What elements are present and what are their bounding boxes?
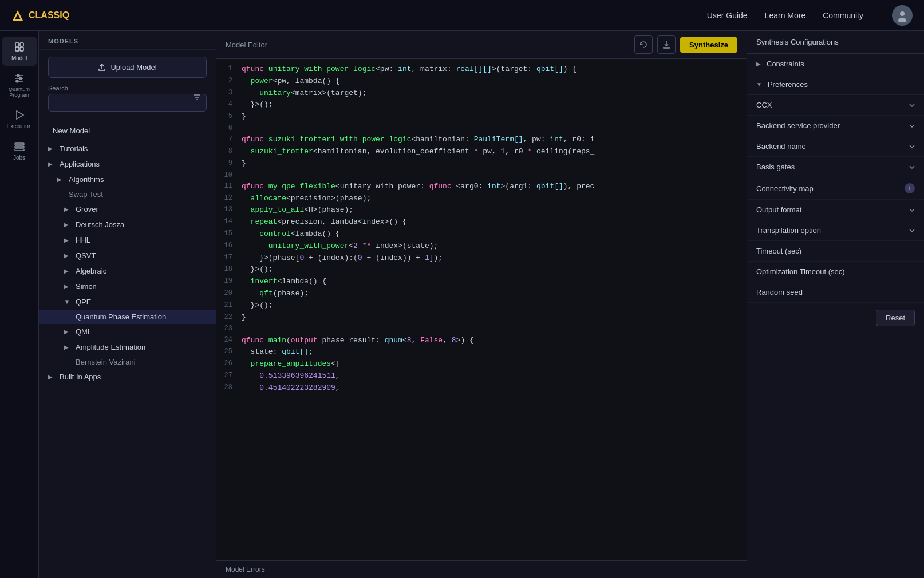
code-line-13: 13 apply_to_all<H>(phase); bbox=[216, 204, 747, 216]
basis-gates-dropdown[interactable] bbox=[909, 165, 915, 169]
tree-item-built-in-apps[interactable]: ▶ Built In Apps bbox=[39, 369, 216, 385]
reset-button[interactable]: Reset bbox=[876, 310, 915, 326]
logo-text: CLASSIQ bbox=[29, 10, 69, 21]
new-model-item[interactable]: New Model bbox=[44, 122, 211, 140]
config-field-random-seed: Random seed bbox=[747, 282, 924, 303]
avatar[interactable] bbox=[892, 5, 913, 26]
constraints-header[interactable]: ▶ Constraints bbox=[747, 54, 924, 74]
svg-rect-5 bbox=[20, 43, 23, 46]
code-line-23: 23 bbox=[216, 323, 747, 334]
tree-item-deutsch-josza[interactable]: ▶ Deutsch Josza bbox=[39, 217, 216, 232]
tree-child-swap-test[interactable]: Swap Test bbox=[39, 187, 216, 201]
transpilation-chevron-icon bbox=[909, 229, 915, 232]
tree-child-bernstein[interactable]: Bernstein Vazirani bbox=[39, 355, 216, 369]
basis-gates-chevron-icon bbox=[909, 165, 915, 169]
chevron-qml: ▶ bbox=[64, 328, 72, 335]
simon-label: Simon bbox=[76, 282, 97, 291]
amplitude-estimation-label: Amplitude Estimation bbox=[76, 343, 145, 351]
main-layout: Model Quantum Program Execution bbox=[0, 31, 924, 578]
tree-item-qpe[interactable]: ▼ QPE bbox=[39, 294, 216, 310]
filter-icon[interactable] bbox=[193, 93, 201, 104]
config-field-optimization-timeout: Optimization Timeout (sec) bbox=[747, 262, 924, 282]
constraints-label: Constraints bbox=[767, 60, 804, 68]
tree-item-qml[interactable]: ▶ QML bbox=[39, 324, 216, 339]
tree-item-qsvt[interactable]: ▶ QSVT bbox=[39, 248, 216, 263]
sidebar-quantum-label: Quantum Program bbox=[5, 86, 34, 98]
tree-item-algebraic[interactable]: ▶ Algebraic bbox=[39, 263, 216, 279]
code-container[interactable]: 1 qfunc unitary_with_power_logic<pw: int… bbox=[216, 59, 747, 560]
chevron-grover: ▶ bbox=[64, 206, 72, 212]
code-line-1: 1 qfunc unitary_with_power_logic<pw: int… bbox=[216, 64, 747, 76]
code-line-24: 24 qfunc main(output phase_result: qnum<… bbox=[216, 335, 747, 347]
sidebar-execution-label: Execution bbox=[7, 123, 32, 129]
sidebar-item-execution[interactable]: Execution bbox=[2, 105, 37, 134]
config-field-transpilation: Transpilation option bbox=[747, 220, 924, 241]
model-editor-title: Model Editor bbox=[226, 41, 267, 49]
constraints-section: ▶ Constraints bbox=[747, 54, 924, 74]
output-format-dropdown[interactable] bbox=[909, 208, 915, 212]
backend-name-dropdown[interactable] bbox=[909, 145, 915, 148]
qsvt-label: QSVT bbox=[76, 251, 96, 260]
refresh-icon bbox=[639, 41, 647, 49]
top-nav: CLASSIQ User Guide Learn More Community bbox=[0, 0, 924, 31]
avatar-icon bbox=[896, 9, 909, 22]
constraints-chevron: ▶ bbox=[756, 61, 761, 67]
synthesize-button[interactable]: Synthesize bbox=[680, 37, 737, 53]
tree-item-tutorials[interactable]: ▶ Tutorials bbox=[39, 141, 216, 156]
svg-rect-6 bbox=[15, 47, 19, 51]
editor-area: Model Editor Synthesize bbox=[216, 31, 747, 578]
preferences-chevron: ▼ bbox=[756, 81, 762, 88]
upload-model-button[interactable]: Upload Model bbox=[48, 57, 207, 78]
upload-model-label: Upload Model bbox=[110, 63, 156, 72]
applications-label: Applications bbox=[60, 160, 100, 168]
refresh-button[interactable] bbox=[634, 35, 653, 54]
timeout-label: Timeout (sec) bbox=[756, 247, 801, 255]
transpilation-dropdown[interactable] bbox=[909, 229, 915, 232]
tree-child-qpe-active[interactable]: Quantum Phase Estimation bbox=[39, 310, 216, 324]
chevron-qpe: ▼ bbox=[64, 299, 72, 305]
models-header: MODELS bbox=[39, 31, 216, 50]
download-button[interactable] bbox=[657, 35, 676, 54]
backend-service-dropdown[interactable] bbox=[909, 124, 915, 128]
models-panel: MODELS Upload Model Search New Model bbox=[39, 31, 216, 578]
svg-rect-4 bbox=[15, 43, 19, 46]
sidebar-item-jobs[interactable]: Jobs bbox=[2, 136, 37, 165]
logo[interactable]: CLASSIQ bbox=[11, 9, 69, 22]
code-line-26: 26 prepare_amplitudes<[ bbox=[216, 358, 747, 370]
algebraic-label: Algebraic bbox=[76, 267, 106, 275]
algorithms-label: Algorithms bbox=[69, 175, 104, 184]
random-seed-label: Random seed bbox=[756, 288, 803, 296]
optimization-timeout-label: Optimization Timeout (sec) bbox=[756, 267, 845, 276]
chevron-deutsch: ▶ bbox=[64, 221, 72, 228]
tree-scroll: New Model ▶ Tutorials ▶ Applications ▶ A… bbox=[39, 118, 216, 578]
community-link[interactable]: Community bbox=[823, 11, 863, 20]
code-line-5: 5 } bbox=[216, 111, 747, 123]
sidebar-item-quantum-program[interactable]: Quantum Program bbox=[2, 68, 37, 102]
search-input[interactable] bbox=[48, 94, 207, 112]
code-line-19: 19 invert<lambda() { bbox=[216, 276, 747, 288]
tree-item-simon[interactable]: ▶ Simon bbox=[39, 279, 216, 294]
user-guide-link[interactable]: User Guide bbox=[707, 11, 748, 20]
connectivity-plus-button[interactable]: + bbox=[905, 183, 915, 193]
output-format-label: Output format bbox=[756, 205, 801, 214]
tree-item-hhl[interactable]: ▶ HHL bbox=[39, 232, 216, 248]
code-line-27: 27 0.513396396241511, bbox=[216, 370, 747, 382]
preferences-label: Preferences bbox=[768, 80, 808, 89]
model-icon bbox=[14, 41, 25, 53]
tree-item-grover[interactable]: ▶ Grover bbox=[39, 201, 216, 217]
tree-item-amplitude-estimation[interactable]: ▶ Amplitude Estimation bbox=[39, 339, 216, 355]
code-line-9: 9 } bbox=[216, 158, 747, 170]
config-field-backend-service: Backend service provider bbox=[747, 116, 924, 136]
tree-item-applications[interactable]: ▶ Applications bbox=[39, 156, 216, 172]
tree-item-algorithms[interactable]: ▶ Algorithms bbox=[39, 172, 216, 187]
new-model-label: New Model bbox=[53, 126, 90, 135]
ccx-dropdown[interactable] bbox=[909, 104, 915, 107]
sidebar-item-model[interactable]: Model bbox=[2, 37, 37, 66]
code-line-7: 7 qfunc suzuki_trotter1_with_power_logic… bbox=[216, 134, 747, 146]
editor-actions: Synthesize bbox=[634, 35, 737, 54]
preferences-header[interactable]: ▼ Preferences bbox=[747, 74, 924, 94]
config-field-connectivity: Connectivity map + bbox=[747, 177, 924, 200]
code-line-28: 28 0.451402223282909, bbox=[216, 382, 747, 394]
learn-more-link[interactable]: Learn More bbox=[765, 11, 806, 20]
execution-icon bbox=[14, 109, 25, 121]
